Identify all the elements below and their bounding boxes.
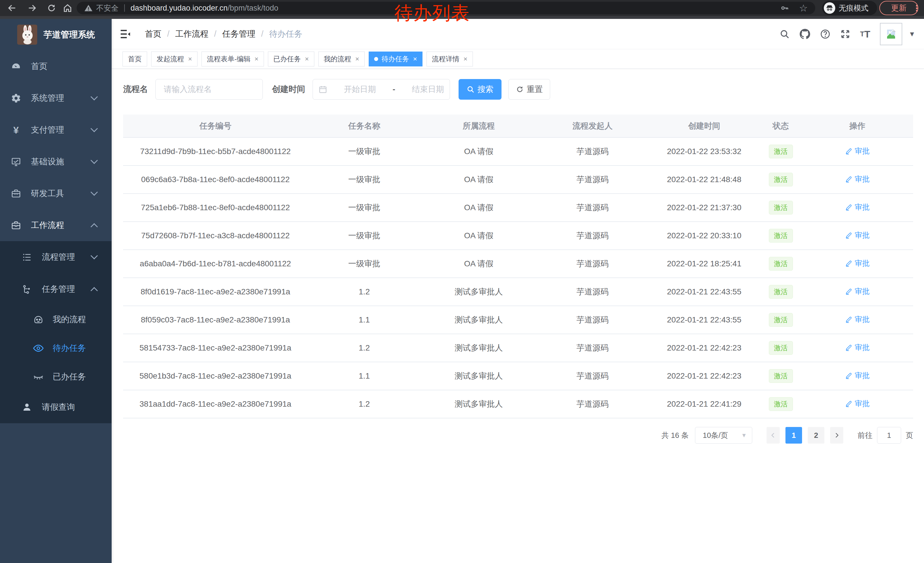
reset-button[interactable]: 重置 <box>508 79 550 100</box>
status-badge: 激活 <box>769 257 793 271</box>
navbar-actions: TT ▼ <box>780 19 915 49</box>
url-domain: dashboard.yudao.iocoder.cn <box>130 4 228 13</box>
approve-link[interactable]: 审批 <box>845 342 870 353</box>
user-avatar[interactable] <box>880 23 902 45</box>
table-row: 8f0d1619-7ac8-11ec-a9e2-a2380e71991a1.2测… <box>123 278 913 306</box>
sidebar-item-label: 流程管理 <box>42 251 75 263</box>
approve-link[interactable]: 审批 <box>845 399 870 408</box>
chevron-up-icon <box>90 223 98 230</box>
date-range-picker[interactable]: 开始日期 - 结束日期 <box>313 79 450 100</box>
font-size-icon[interactable]: TT <box>860 29 870 40</box>
close-icon[interactable]: × <box>305 55 309 63</box>
sidebar-collapse-button[interactable] <box>120 29 131 39</box>
approve-link[interactable]: 审批 <box>845 286 870 296</box>
sidebar-item-infra[interactable]: 基础设施 <box>0 146 112 177</box>
breadcrumb-home[interactable]: 首页 <box>145 29 162 40</box>
process-name-input[interactable]: 请输入流程名 <box>155 79 263 100</box>
process-name-label: 流程名 <box>123 84 148 95</box>
edit-icon <box>845 316 852 323</box>
sidebar-item-label: 我的流程 <box>52 314 86 325</box>
tag-home[interactable]: 首页 <box>123 51 147 66</box>
status-badge: 激活 <box>769 285 793 299</box>
sidebar-item-devtools[interactable]: 研发工具 <box>0 177 112 209</box>
sidebar-item-label: 任务管理 <box>42 284 75 295</box>
top-navbar: 首页 / 工作流程 / 任务管理 / 待办任务 TT ▼ <box>112 19 924 49</box>
approve-link[interactable]: 审批 <box>845 230 870 240</box>
approve-link[interactable]: 审批 <box>845 371 870 381</box>
gear-icon <box>10 93 22 104</box>
end-date-placeholder: 结束日期 <box>412 84 444 95</box>
forward-arrow-icon <box>27 3 37 13</box>
col-status: 状态 <box>760 114 801 137</box>
sidebar-item-my-process[interactable]: 我的流程 <box>0 305 112 334</box>
create-time-label: 创建时间 <box>272 84 305 95</box>
tag-done-tasks[interactable]: 已办任务× <box>268 51 314 66</box>
sidebar-item-system[interactable]: 系统管理 <box>0 82 112 114</box>
page-button-2[interactable]: 2 <box>808 427 824 444</box>
browser-reload-button[interactable] <box>45 0 58 16</box>
approve-link[interactable]: 审批 <box>845 146 870 156</box>
search-icon[interactable] <box>780 29 790 39</box>
sidebar-item-home[interactable]: 首页 <box>0 50 112 82</box>
col-created: 创建时间 <box>648 114 760 137</box>
browser-forward-button[interactable] <box>25 0 39 16</box>
page-size-select[interactable]: 10条/页 ▼ <box>695 427 752 444</box>
sidebar-item-process-mgmt[interactable]: 流程管理 <box>0 241 112 273</box>
tag-process-detail[interactable]: 流程详情× <box>426 51 473 66</box>
close-icon[interactable]: × <box>413 55 417 63</box>
status-badge: 激活 <box>769 229 793 243</box>
sidebar-item-leave-query[interactable]: 请假查询 <box>0 391 112 423</box>
close-icon[interactable]: × <box>355 55 359 63</box>
fullscreen-icon[interactable] <box>840 29 850 39</box>
approve-link[interactable]: 审批 <box>845 174 870 184</box>
tag-start-process[interactable]: 发起流程× <box>151 51 198 66</box>
approve-link[interactable]: 审批 <box>845 202 870 212</box>
avatar-dropdown-caret-icon[interactable]: ▼ <box>909 30 915 38</box>
app-logo-row[interactable]: 芋道管理系统 <box>0 19 112 50</box>
tags-view-bar: 首页 发起流程× 流程表单-编辑× 已办任务× 我的流程× 待办任务× 流程详情… <box>112 49 924 69</box>
red-annotation: 待办列表 <box>394 1 470 26</box>
tag-process-form-edit[interactable]: 流程表单-编辑× <box>201 51 264 66</box>
incognito-icon <box>824 2 835 14</box>
table-row: 725a1eb6-7b88-11ec-8ef0-acde48001122一级审批… <box>123 194 913 222</box>
edit-icon <box>845 372 852 380</box>
close-icon[interactable]: × <box>255 55 258 63</box>
page-button-1[interactable]: 1 <box>786 427 802 444</box>
search-button[interactable]: 搜索 <box>459 79 501 100</box>
goto-page-input[interactable] <box>877 427 901 444</box>
start-date-placeholder: 开始日期 <box>344 84 376 95</box>
sidebar-item-task-mgmt[interactable]: 任务管理 <box>0 273 112 305</box>
browser-home-button[interactable] <box>61 0 74 16</box>
help-icon[interactable] <box>820 29 830 39</box>
password-key-icon[interactable] <box>780 3 789 13</box>
tag-todo-tasks[interactable]: 待办任务× <box>369 51 423 66</box>
tag-my-process[interactable]: 我的流程× <box>318 51 364 66</box>
sidebar-item-done-tasks[interactable]: 已办任务 <box>0 363 112 391</box>
prev-page-button[interactable] <box>766 427 780 444</box>
sidebar-item-payment[interactable]: ¥ 支付管理 <box>0 114 112 146</box>
browser-back-button[interactable] <box>5 0 19 16</box>
github-icon[interactable] <box>800 29 810 39</box>
col-starter: 流程发起人 <box>537 114 648 137</box>
eye-icon <box>32 342 45 354</box>
chevron-down-icon <box>90 252 98 259</box>
collapse-icon <box>120 29 131 39</box>
sidebar-item-label: 基础设施 <box>31 156 64 168</box>
breadcrumb-task-mgmt[interactable]: 任务管理 <box>222 29 255 40</box>
yen-icon: ¥ <box>10 125 22 135</box>
approve-link[interactable]: 审批 <box>845 258 870 268</box>
close-icon[interactable]: × <box>464 55 468 63</box>
browser-menu-icon[interactable]: ⋮ <box>912 0 921 16</box>
edit-icon <box>845 400 852 407</box>
url-path: /bpm/task/todo <box>228 4 278 13</box>
broken-image-icon <box>885 28 897 40</box>
status-badge: 激活 <box>769 369 793 383</box>
approve-link[interactable]: 审批 <box>845 314 870 324</box>
chevron-up-icon <box>90 287 98 294</box>
next-page-button[interactable] <box>830 427 843 444</box>
close-icon[interactable]: × <box>188 55 192 63</box>
breadcrumb-workflow[interactable]: 工作流程 <box>175 29 208 40</box>
sidebar-item-workflow[interactable]: 工作流程 <box>0 209 112 241</box>
bookmark-star-icon[interactable]: ☆ <box>799 2 808 14</box>
sidebar-item-todo-tasks[interactable]: 待办任务 <box>0 334 112 363</box>
